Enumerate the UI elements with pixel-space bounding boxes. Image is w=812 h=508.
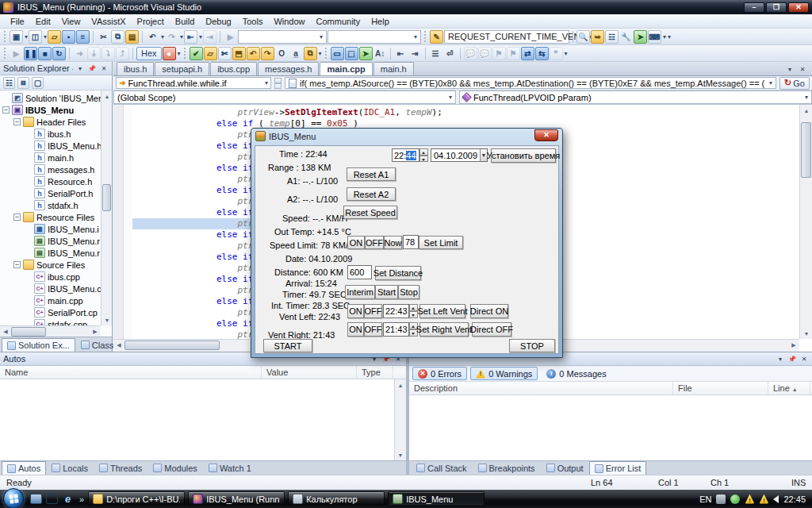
pin-icon[interactable]: 📌 [787, 356, 797, 363]
va-move-icon[interactable]: ⬒ [232, 47, 246, 60]
language-indicator[interactable]: EN [699, 495, 711, 504]
menu-item-view[interactable]: View [56, 15, 86, 28]
distance-input[interactable]: 600 [347, 265, 372, 279]
va-definition-field[interactable]: if( mes_temp.AtSource() == (BYTE)0x80 &&… [285, 77, 776, 89]
tab-watch-1[interactable]: Watch 1 [203, 461, 257, 475]
continue-icon[interactable]: ▶ [10, 47, 23, 60]
tree-item-main-cpp[interactable]: C+main.cpp [0, 294, 101, 306]
tab-output[interactable]: Output [541, 461, 589, 475]
platform-combo[interactable]: ▾ [327, 30, 421, 44]
tab-breakpoints[interactable]: Breakpoints [473, 461, 541, 475]
va-open-file-icon[interactable]: ▱ [204, 47, 217, 60]
volume-icon[interactable] [773, 495, 779, 503]
tree-item-ibus-menu-c[interactable]: C+IBUS_Menu.c [0, 283, 101, 294]
editor-hscroll-thumb[interactable] [124, 341, 220, 350]
scroll-left-icon[interactable]: ◀ [113, 340, 124, 351]
toolbar-overflow-icon[interactable]: ▾ [668, 33, 671, 40]
menu-item-project[interactable]: Project [132, 15, 170, 28]
tree-item-ibus-cpp[interactable]: C+ibus.cpp [0, 271, 101, 283]
show-all-files-icon[interactable]: ⧈ [17, 77, 29, 89]
tree-item-ibus-menu-h[interactable]: hIBUS_Menu.h [0, 140, 101, 152]
redo-icon[interactable]: ↷ [165, 30, 178, 44]
va-find-references-icon[interactable]: ✄ [218, 47, 232, 60]
set-distance-button[interactable]: Set Distance [375, 266, 421, 280]
select-mode-icon[interactable]: ⬚ [345, 47, 358, 60]
set-right-vent-button[interactable]: Set Right Vent [419, 322, 469, 337]
editor-tab-ibus-h[interactable]: ibus.h [117, 62, 154, 75]
va-sort-icon[interactable]: O [275, 47, 289, 60]
run-to-icon[interactable]: ➤ [634, 30, 647, 44]
clock[interactable]: 22:45 [783, 495, 806, 504]
tree-horizontal-scrollbar[interactable]: ◀ ▶ [0, 325, 101, 337]
detach-icon[interactable]: ⇆ [535, 47, 549, 60]
tree-vertical-scrollbar[interactable]: ▲ ▼ [101, 90, 112, 325]
toolbar-grip[interactable] [423, 31, 427, 43]
stop-timer-button[interactable]: Stop [398, 285, 419, 299]
tab-autos[interactable]: Autos [2, 461, 46, 475]
activesync-tray-icon[interactable] [716, 495, 726, 504]
panel-menu-icon[interactable]: ▾ [776, 356, 785, 363]
bookmark-icon[interactable]: ⚑ [492, 47, 506, 60]
start-debug-icon[interactable]: ▶ [224, 30, 237, 44]
menu-item-debug[interactable]: Debug [200, 15, 236, 28]
tree-item-serialport-cp[interactable]: C+SerialPort.cp [0, 306, 101, 318]
tree-item-messages-h[interactable]: hmessages.h [0, 164, 101, 175]
tree-item-ibus-menu-r[interactable]: ▤IBUS_Menu.r [0, 235, 101, 247]
tree-item-resource-h[interactable]: hResource.h [0, 175, 101, 187]
dialog-titlebar[interactable]: IBUS_Menu ✕ [251, 129, 562, 144]
column-header-name[interactable]: Name [0, 366, 262, 379]
right-vent-on-button[interactable]: ON [347, 322, 364, 337]
tree-item-resource-files[interactable]: −Resource Files [0, 211, 101, 223]
property-pages-icon[interactable]: ☷ [605, 30, 619, 44]
va-snippet-icon[interactable]: ✎ [430, 30, 443, 44]
chevron-down-icon[interactable]: ▾ [449, 94, 452, 101]
scroll-up-icon[interactable]: ▲ [800, 105, 812, 116]
solution-explorer-titlebar[interactable]: Solution Explorer - I... ▾ 📌 ✕ [0, 62, 112, 75]
va-context-spinner[interactable] [274, 78, 282, 89]
step-over-icon[interactable]: ⤵ [102, 47, 115, 60]
autos-vertical-scrollbar[interactable]: ▲ ▼ [394, 379, 406, 460]
tab-threads[interactable]: Threads [94, 461, 147, 475]
selection-icon[interactable]: ▭ [331, 47, 344, 60]
tab-locals[interactable]: Locals [46, 461, 94, 475]
tree-item-main-h[interactable]: hmain.h [0, 152, 101, 164]
reset-speed-button[interactable]: Reset Speed [343, 206, 397, 219]
restart-icon[interactable]: ↻ [52, 47, 66, 60]
indent-decrease-icon[interactable]: ⇤ [394, 47, 408, 60]
save-icon[interactable]: ▪ [62, 30, 75, 44]
menu-item-window[interactable]: Window [268, 15, 310, 28]
left-vent-spinner[interactable] [409, 304, 418, 318]
reset-a1-button[interactable]: Reset A1 [347, 167, 396, 181]
start-button[interactable]: START [263, 339, 312, 352]
time-input[interactable]: 22:44 [392, 148, 419, 162]
va-overflow-icon[interactable]: ▾ [319, 50, 322, 57]
panel-close-icon[interactable]: ✕ [799, 356, 809, 363]
taskbar-task-[interactable]: Калькулятор [288, 491, 385, 506]
tab-list-icon[interactable]: ▾ [785, 66, 795, 73]
limit-input[interactable]: 78 [403, 235, 419, 249]
undo-icon[interactable]: ↶ [146, 30, 159, 44]
close-button[interactable]: ✕ [788, 2, 809, 13]
open-file-icon[interactable]: ▱ [48, 30, 61, 44]
callout-icon[interactable]: ❞ [550, 47, 563, 60]
tree-item-stdafx-cpp[interactable]: C+stdafx.cpp [0, 318, 101, 325]
paste-icon[interactable]: ▤ [125, 30, 139, 44]
tree-item-serialport-h[interactable]: hSerialPort.h [0, 187, 101, 199]
taskbar-task-d-c-i-bu[interactable]: D:\проги C++\I-BU... [88, 491, 185, 506]
va-macro-combo[interactable]: REQUEST_CURENT_TIME_VENT ▾ [444, 30, 569, 44]
menu-item-tools[interactable]: Tools [237, 15, 269, 28]
dialog-close-button[interactable]: ✕ [534, 129, 558, 141]
step-into-icon[interactable]: ⤓ [87, 47, 101, 60]
tree-item-ibus-menu-i[interactable]: ▦IBUS_Menu.i [0, 223, 101, 235]
cut-icon[interactable]: ✂ [97, 30, 110, 44]
window-layout-icon[interactable]: ◫ [29, 30, 42, 44]
breakpoint-margin[interactable] [113, 105, 124, 339]
set-left-vent-button[interactable]: Set Left Vent [419, 304, 465, 318]
tree-hscroll-thumb[interactable] [11, 327, 46, 337]
set-time-button[interactable]: Установить время [491, 148, 556, 163]
column-header-value[interactable]: Value [262, 366, 357, 379]
toolbar-overflow-icon[interactable]: ▾ [565, 50, 568, 57]
tree-item-source-files[interactable]: −Source Files [0, 259, 101, 271]
menu-item-edit[interactable]: Edit [30, 15, 56, 28]
limit-now-button[interactable]: Now [384, 236, 402, 249]
